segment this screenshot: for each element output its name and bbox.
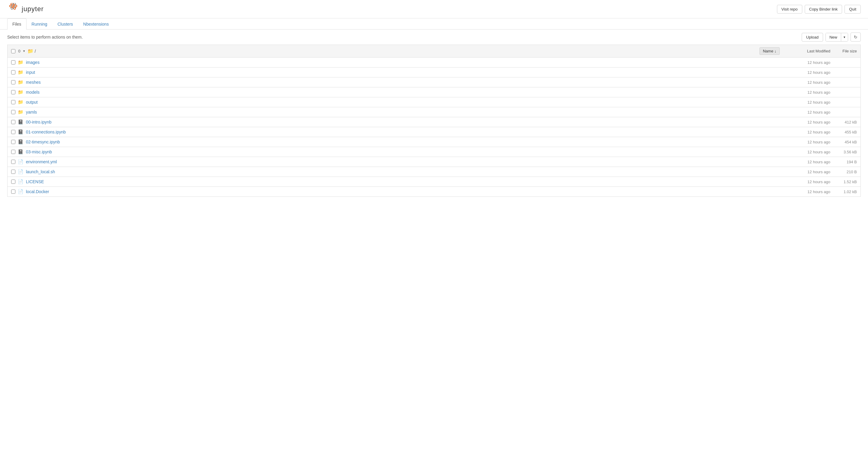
row-checkbox-8[interactable]: [11, 140, 16, 144]
table-row: 📄 launch_local.sh 12 hours ago 210 B: [7, 166, 861, 177]
file-modified: 12 hours ago: [782, 140, 830, 144]
header-buttons: Visit repo Copy Binder link Quit: [777, 5, 861, 13]
file-list-header: 0 ▾ 📁 / Name ↓ Last Modified File size: [7, 44, 861, 57]
file-name-link[interactable]: 03-misc.ipynb: [26, 149, 780, 154]
folder-icon: 📁: [18, 99, 24, 105]
jupyter-logo-text: jupyter: [22, 5, 44, 13]
file-name-link[interactable]: models: [26, 90, 780, 95]
row-checkbox-9[interactable]: [11, 150, 16, 154]
sort-name-button[interactable]: Name ↓: [760, 47, 780, 55]
table-row: 📄 environment.yml 12 hours ago 194 B: [7, 157, 861, 166]
file-size: 1.02 kB: [833, 189, 857, 194]
file-modified: 12 hours ago: [782, 170, 830, 174]
table-row: 📄 LICENSE 12 hours ago 1.52 kB: [7, 177, 861, 186]
file-name-link[interactable]: 00-intro.ipynb: [26, 120, 780, 124]
file-size: 455 kB: [833, 130, 857, 134]
row-checkbox-10[interactable]: [11, 160, 16, 164]
row-checkbox-7[interactable]: [11, 130, 16, 134]
file-modified: 12 hours ago: [782, 180, 830, 184]
toolbar: Select items to perform actions on them.…: [0, 30, 868, 44]
file-size: 210 B: [833, 170, 857, 174]
breadcrumb-separator: /: [35, 49, 36, 54]
file-name-link[interactable]: output: [26, 100, 780, 104]
file-name-link[interactable]: environment.yml: [26, 159, 780, 164]
folder-icon: 📁: [18, 90, 24, 95]
visit-repo-button[interactable]: Visit repo: [777, 5, 802, 13]
header-caret-icon[interactable]: ▾: [23, 49, 25, 53]
tab-running[interactable]: Running: [27, 19, 53, 30]
notebook-icon: 📓: [18, 149, 24, 155]
table-row: 📁 models 12 hours ago: [7, 87, 861, 97]
file-size: 454 kB: [833, 140, 857, 144]
file-name-link[interactable]: launch_local.sh: [26, 169, 780, 174]
page-header: jupyter Visit repo Copy Binder link Quit: [0, 0, 868, 19]
file-size-column-header: File size: [833, 49, 857, 53]
notebook-icon: 📓: [18, 139, 24, 145]
file-modified: 12 hours ago: [782, 120, 830, 124]
select-all-checkbox[interactable]: [11, 49, 16, 53]
jupyter-logo-icon: [7, 3, 19, 15]
toolbar-right: Upload New ▾ ↻: [802, 33, 861, 41]
table-row: 📁 input 12 hours ago: [7, 67, 861, 77]
file-modified: 12 hours ago: [782, 160, 830, 164]
folder-icon: 📁: [18, 80, 24, 85]
file-name-link[interactable]: yamls: [26, 110, 780, 115]
file-modified: 12 hours ago: [782, 60, 830, 65]
file-name-link[interactable]: meshes: [26, 80, 780, 85]
logo-area: jupyter: [7, 3, 44, 15]
header-checkbox-area: 0 ▾: [11, 49, 25, 53]
file-modified: 12 hours ago: [782, 90, 830, 95]
selected-count: 0: [17, 49, 22, 53]
upload-button[interactable]: Upload: [802, 33, 823, 41]
tab-files[interactable]: Files: [7, 19, 27, 30]
row-checkbox-4[interactable]: [11, 100, 16, 104]
file-name-link[interactable]: LICENSE: [26, 179, 780, 184]
table-row: 📁 meshes 12 hours ago: [7, 77, 861, 87]
row-checkbox-11[interactable]: [11, 170, 16, 174]
refresh-button[interactable]: ↻: [850, 33, 861, 41]
table-row: 📓 01-connections.ipynb 12 hours ago 455 …: [7, 127, 861, 137]
file-modified: 12 hours ago: [782, 150, 830, 154]
select-hint: Select items to perform actions on them.: [7, 35, 83, 39]
quit-button[interactable]: Quit: [844, 5, 861, 13]
file-size: 3.56 kB: [833, 150, 857, 154]
table-row: 📓 02-timesync.ipynb 12 hours ago 454 kB: [7, 137, 861, 147]
row-checkbox-12[interactable]: [11, 180, 16, 184]
row-checkbox-2[interactable]: [11, 80, 16, 84]
file-modified: 12 hours ago: [782, 189, 830, 194]
file-name-link[interactable]: input: [26, 70, 780, 75]
file-name-link[interactable]: images: [26, 60, 780, 65]
file-icon: 📄: [18, 169, 24, 175]
file-size: 194 B: [833, 160, 857, 164]
file-name-link[interactable]: local.Docker: [26, 189, 780, 194]
row-checkbox-1[interactable]: [11, 70, 16, 74]
row-checkbox-13[interactable]: [11, 189, 16, 194]
notebook-icon: 📓: [18, 129, 24, 135]
table-row: 📓 00-intro.ipynb 12 hours ago 412 kB: [7, 117, 861, 127]
file-size: 1.52 kB: [833, 180, 857, 184]
folder-icon: 📁: [18, 70, 24, 75]
tab-clusters[interactable]: Clusters: [53, 19, 78, 30]
breadcrumb-folder-icon: 📁: [27, 48, 33, 54]
file-modified: 12 hours ago: [782, 100, 830, 104]
file-modified: 12 hours ago: [782, 70, 830, 75]
row-checkbox-5[interactable]: [11, 110, 16, 114]
file-name-link[interactable]: 02-timesync.ipynb: [26, 140, 780, 144]
last-modified-column-header: Last Modified: [782, 49, 830, 53]
file-modified: 12 hours ago: [782, 110, 830, 115]
folder-icon: 📁: [18, 60, 24, 65]
tab-nbextensions[interactable]: Nbextensions: [78, 19, 114, 30]
folder-icon: 📁: [18, 110, 24, 115]
breadcrumb-area: 📁 /: [27, 48, 757, 54]
table-row: 📁 images 12 hours ago: [7, 57, 861, 67]
copy-binder-link-button[interactable]: Copy Binder link: [805, 5, 842, 13]
file-modified: 12 hours ago: [782, 130, 830, 134]
row-checkbox-3[interactable]: [11, 90, 16, 94]
row-checkbox-6[interactable]: [11, 120, 16, 124]
file-size: 412 kB: [833, 120, 857, 124]
file-name-link[interactable]: 01-connections.ipynb: [26, 129, 780, 134]
new-button-caret[interactable]: ▾: [841, 33, 848, 41]
svg-point-3: [12, 5, 14, 7]
new-button[interactable]: New: [826, 33, 841, 41]
row-checkbox-0[interactable]: [11, 60, 16, 64]
